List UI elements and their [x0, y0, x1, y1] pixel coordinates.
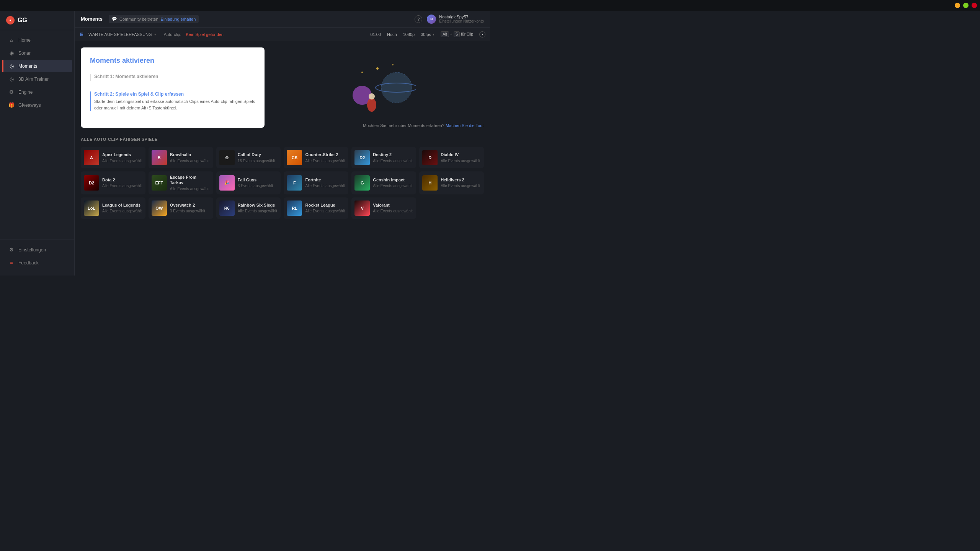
game-info: Rocket League Alle Events ausgewählt: [305, 202, 345, 214]
game-info: Fortnite Alle Events ausgewählt: [305, 177, 345, 188]
game-events: Alle Events ausgewählt: [373, 209, 412, 214]
controls-bar: 🖥 WARTE AUF SPIELERFASSUNG ▾ Auto-clip: …: [75, 28, 490, 41]
game-item-apex[interactable]: A Apex Legends Alle Events ausgewählt: [81, 147, 145, 168]
games-section: ALLE AUTO-CLIP-FÄHIGEN SPIELE A Apex Leg…: [81, 137, 484, 219]
sidebar-item-sonar[interactable]: ◉ Sonar: [2, 47, 72, 59]
game-events: Alle Events ausgewählt: [238, 209, 277, 214]
game-item-ow2[interactable]: OW Overwatch 2 3 Events ausgewählt: [149, 197, 213, 219]
game-item-helldivers[interactable]: H Helldivers 2 Alle Events ausgewählt: [419, 171, 484, 194]
game-name: League of Legends: [102, 202, 142, 208]
key2: S: [454, 31, 460, 37]
sidebar-item-label: Engine: [18, 90, 33, 95]
sidebar-item-moments[interactable]: ◎ Moments: [2, 60, 72, 72]
game-thumbnail: A: [84, 150, 99, 165]
game-info: Diablo IV Alle Events ausgewählt: [441, 152, 480, 163]
game-item-lol[interactable]: LoL League of Legends Alle Events ausgew…: [81, 197, 145, 219]
sonar-icon: ◉: [8, 50, 15, 56]
game-info: Dota 2 Alle Events ausgewählt: [102, 177, 142, 188]
hero-tour-text: Möchten Sie mehr über Moments erfahren? …: [363, 123, 484, 128]
status-text: WARTE AUF SPIELERFASSUNG: [88, 32, 152, 37]
sidebar-item-giveaways[interactable]: 🎁 Giveaways: [2, 99, 72, 111]
settings-dot-button[interactable]: •: [479, 31, 485, 37]
game-item-r6[interactable]: R6 Rainbow Six Siege Alle Events ausgewä…: [216, 197, 281, 219]
activate-title: Moments aktivieren: [90, 57, 255, 65]
main-content: Moments 💬 Community beitreten Einladung …: [75, 11, 490, 276]
app-logo-icon: ●: [6, 16, 15, 24]
game-name: Fall Guys: [238, 177, 273, 183]
key1: Alt: [441, 31, 449, 37]
autoclip-label: Auto-clip:: [164, 32, 181, 37]
game-name: Dota 2: [102, 177, 142, 183]
game-info: Helldivers 2 Alle Events ausgewählt: [441, 177, 480, 188]
game-name: Apex Legends: [102, 152, 142, 157]
tour-static-text: Möchten Sie mehr über Moments erfahren?: [363, 123, 444, 128]
community-badge[interactable]: 💬 Community beitreten Einladung erhalten: [109, 15, 199, 23]
settings-icon: ⚙: [8, 247, 15, 253]
game-item-dota[interactable]: D2 Dota 2 Alle Events ausgewählt: [81, 171, 145, 194]
game-item-brawlhalla[interactable]: B Brawlhalla Alle Events ausgewählt: [149, 147, 213, 168]
game-name: Destiny 2: [373, 152, 412, 157]
duration-control[interactable]: 01:00: [370, 32, 381, 37]
titlebar: — □ ✕: [0, 0, 490, 11]
game-info: Genshin Impact Alle Events ausgewählt: [373, 177, 412, 188]
home-icon: ⌂: [8, 37, 15, 43]
game-item-diablo[interactable]: D Diablo IV Alle Events ausgewählt: [419, 147, 484, 168]
aim-icon: ◎: [8, 76, 15, 82]
status-select[interactable]: WARTE AUF SPIELERFASSUNG ▾: [88, 32, 156, 37]
game-item-genshin[interactable]: G Genshin Impact Alle Events ausgewählt: [351, 171, 416, 194]
feedback-icon: ≡: [8, 260, 15, 266]
game-item-cs2[interactable]: CS Counter-Strike 2 Alle Events ausgewäh…: [284, 147, 348, 168]
game-item-cod[interactable]: ⊕ Call of Duty 16 Events ausgewählt: [216, 147, 281, 168]
quality-control[interactable]: Hoch: [387, 32, 397, 37]
user-info[interactable]: N NostalgicSpy57 Einstellungen Nutzerkon…: [427, 15, 484, 24]
game-thumbnail: D: [422, 150, 438, 165]
chevron-down-icon: ▾: [154, 33, 156, 36]
quality-value: Hoch: [387, 32, 397, 37]
game-item-eft[interactable]: EFT Escape From Tarkov Alle Events ausge…: [149, 171, 213, 194]
monitor-icon: 🖥: [79, 32, 84, 37]
app-logo-text: GG: [18, 17, 27, 24]
game-thumbnail: G: [354, 175, 370, 191]
hero-section: Moments aktivieren Schritt 1: Moments ak…: [81, 47, 484, 128]
game-item-rl[interactable]: RL Rocket League Alle Events ausgewählt: [284, 197, 348, 219]
illustration-wrapper: [339, 61, 416, 114]
game-events: Alle Events ausgewählt: [305, 183, 345, 188]
game-info: League of Legends Alle Events ausgewählt: [102, 202, 142, 214]
sidebar-item-settings[interactable]: ⚙ Einstellungen: [2, 243, 72, 256]
hero-illustration: Möchten Sie mehr über Moments erfahren? …: [271, 47, 484, 128]
game-name: Helldivers 2: [441, 177, 480, 183]
community-icon: 💬: [112, 16, 117, 21]
tour-link[interactable]: Machen Sie die Tour: [446, 123, 484, 128]
sidebar-item-label: Giveaways: [18, 103, 41, 108]
step-1-title: Schritt 1: Moments aktivieren: [94, 74, 158, 79]
sidebar-item-home[interactable]: ⌂ Home: [2, 34, 72, 46]
game-events: Alle Events ausgewählt: [170, 158, 209, 163]
game-thumbnail: EFT: [152, 175, 167, 191]
game-item-fallguys[interactable]: 🎉 Fall Guys 3 Events ausgewählt: [216, 171, 281, 194]
sidebar-item-feedback[interactable]: ≡ Feedback: [2, 256, 72, 269]
community-link[interactable]: Einladung erhalten: [161, 17, 196, 21]
resolution-control[interactable]: 1080p: [403, 32, 415, 37]
game-info: Fall Guys 3 Events ausgewählt: [238, 177, 273, 188]
game-info: Counter-Strike 2 Alle Events ausgewählt: [305, 152, 345, 163]
game-name: Counter-Strike 2: [305, 152, 345, 157]
resolution-value: 1080p: [403, 32, 415, 37]
game-name: Rocket League: [305, 202, 345, 208]
game-events: Alle Events ausgewählt: [373, 183, 412, 188]
sidebar-nav: ⌂ Home ◉ Sonar ◎ Moments ◎ 3D Aim Traine…: [0, 30, 74, 240]
active-indicator: [2, 60, 3, 72]
game-name: Fortnite: [305, 177, 345, 183]
game-name: Overwatch 2: [170, 202, 205, 208]
game-item-valorant[interactable]: V Valorant Alle Events ausgewählt: [351, 197, 416, 219]
help-button[interactable]: ?: [415, 15, 422, 23]
game-item-destiny[interactable]: D2 Destiny 2 Alle Events ausgewählt: [351, 147, 416, 168]
step-content: Schritt 1: Moments aktivieren: [94, 74, 158, 81]
game-item-fortnite[interactable]: F Fortnite Alle Events ausgewählt: [284, 171, 348, 194]
sidebar-item-3d-aim[interactable]: ◎ 3D Aim Trainer: [2, 73, 72, 85]
sidebar-item-label: Einstellungen: [18, 247, 46, 253]
game-thumbnail: B: [152, 150, 167, 165]
chevron-down-icon: ▾: [433, 33, 434, 36]
autoclip-status: Kein Spiel gefunden: [186, 32, 224, 37]
sidebar-item-engine[interactable]: ⚙ Engine: [2, 86, 72, 98]
fps-control[interactable]: 30fps ▾: [421, 32, 434, 37]
